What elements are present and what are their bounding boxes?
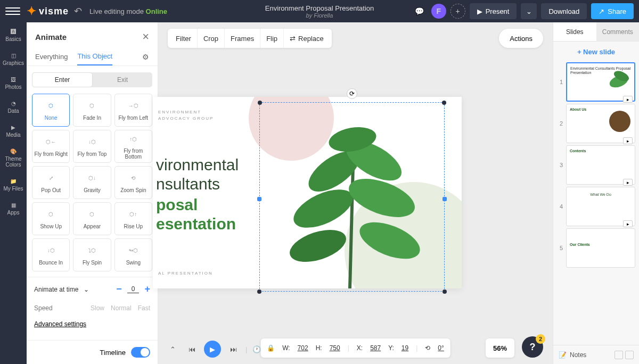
timeline-toggle[interactable] bbox=[131, 347, 150, 358]
tb-replace[interactable]: ⇄Replace bbox=[284, 29, 330, 48]
tb-frames[interactable]: Frames bbox=[225, 29, 260, 48]
speed-normal[interactable]: Normal bbox=[111, 304, 132, 312]
anim-fly-spin[interactable]: ⤵⬡Fly Spin bbox=[73, 238, 111, 271]
slide-footer: AL PRESENTATION bbox=[158, 271, 213, 276]
present-dropdown[interactable]: ⌄ bbox=[521, 3, 537, 19]
chevron-down-icon[interactable]: ⌄ bbox=[84, 286, 89, 293]
tb-crop[interactable]: Crop bbox=[198, 29, 225, 48]
speed-slow[interactable]: Slow bbox=[91, 304, 104, 312]
tab-everything[interactable]: Everything bbox=[35, 48, 68, 65]
tool-rail: 🅰Basics ◫Graphics 🖼Photos ◔Data ▶Media 🎨… bbox=[0, 22, 27, 364]
selected-image[interactable]: ⟳ bbox=[259, 102, 445, 292]
add-user-icon[interactable]: + bbox=[450, 4, 465, 19]
rail-data[interactable]: ◔Data bbox=[0, 98, 27, 116]
notes-icon: 📝 bbox=[559, 351, 567, 359]
timing-row: Animate at time ⌄ − 0 + bbox=[27, 277, 158, 301]
tab-this-object[interactable]: This Object bbox=[77, 48, 112, 65]
tb-flip[interactable]: Flip bbox=[260, 29, 284, 48]
layout-grid-icon[interactable] bbox=[615, 351, 623, 359]
w-value[interactable]: 702 bbox=[298, 344, 308, 352]
h-value[interactable]: 750 bbox=[330, 344, 340, 352]
collapse-icon[interactable]: ⌃ bbox=[166, 342, 179, 356]
tab-comments[interactable]: Comments bbox=[596, 22, 640, 41]
anim-fly-right[interactable]: ⬡←Fly from Right bbox=[32, 130, 70, 163]
anim-fly-top[interactable]: ↓⬡Fly from Top bbox=[73, 130, 111, 163]
resize-handle-l[interactable] bbox=[257, 197, 261, 201]
anim-rise-up[interactable]: ⬡↑Rise Up bbox=[114, 202, 152, 235]
resize-handle-bl[interactable] bbox=[257, 289, 261, 294]
help-button[interactable]: ?2 bbox=[522, 336, 543, 358]
slide-subtitle-2: ADVOCACY GROUP bbox=[158, 116, 214, 121]
thumb-transition-icon[interactable]: ▸ bbox=[623, 96, 633, 103]
comment-icon[interactable]: 💬 bbox=[412, 4, 427, 19]
layout-list-icon[interactable] bbox=[625, 351, 634, 359]
switch-enter[interactable]: Enter bbox=[32, 72, 93, 87]
anim-gravity[interactable]: ⬡↓Gravity bbox=[73, 166, 111, 199]
rail-graphics[interactable]: ◫Graphics bbox=[0, 51, 27, 68]
enter-exit-switch: Enter Exit bbox=[32, 72, 152, 87]
advanced-settings-link[interactable]: Advanced settings bbox=[27, 315, 158, 333]
close-icon[interactable]: × bbox=[142, 30, 149, 44]
rail-files[interactable]: 📁My Files bbox=[0, 176, 27, 194]
speed-fast[interactable]: Fast bbox=[138, 304, 150, 312]
anim-fly-bottom[interactable]: ↑⬡Fly from Bottom bbox=[114, 130, 152, 163]
rail-theme[interactable]: 🎨Theme Colors bbox=[0, 146, 27, 170]
present-button[interactable]: ▶ Present bbox=[470, 3, 517, 19]
thumb-num: 2 bbox=[556, 120, 563, 127]
tab-slides[interactable]: Slides bbox=[553, 22, 596, 41]
rail-apps[interactable]: ▦Apps bbox=[0, 200, 27, 218]
undo-icon[interactable]: ↶ bbox=[74, 5, 82, 17]
time-value[interactable]: 0 bbox=[127, 285, 140, 293]
prev-icon[interactable]: ⏮ bbox=[185, 342, 199, 356]
selection-box bbox=[259, 102, 445, 292]
anim-swing[interactable]: ↬⬡Swing bbox=[114, 238, 152, 271]
slide-heading-2: posalesentation bbox=[156, 195, 236, 234]
gear-icon[interactable]: ⚙ bbox=[142, 53, 149, 61]
rail-basics[interactable]: 🅰Basics bbox=[0, 27, 27, 44]
anim-pop-out[interactable]: ⤢Pop Out bbox=[32, 166, 70, 199]
app-header: ✦visme ↶ Live editing mode Online Enviro… bbox=[0, 0, 639, 22]
thumb-transition-icon[interactable]: ▸ bbox=[623, 220, 633, 227]
actions-button[interactable]: Actions bbox=[499, 29, 543, 48]
thumb-5[interactable]: Our Clients bbox=[566, 228, 635, 268]
rail-photos[interactable]: 🖼Photos bbox=[0, 75, 27, 92]
animate-at-label: Animate at time bbox=[34, 286, 78, 293]
resize-handle-br[interactable] bbox=[443, 289, 447, 294]
rotation-value[interactable]: 0° bbox=[438, 344, 444, 352]
anim-fly-left[interactable]: →⬡Fly from Left bbox=[114, 94, 152, 127]
anim-bounce-in[interactable]: ↓⬡Bounce In bbox=[32, 238, 70, 271]
notes-button[interactable]: Notes bbox=[570, 351, 586, 359]
avatar[interactable]: F bbox=[431, 4, 446, 19]
anim-fade-in[interactable]: ⬡Fade In bbox=[73, 94, 111, 127]
thumb-transition-icon[interactable]: ▸ bbox=[623, 179, 633, 186]
increase-time[interactable]: + bbox=[144, 284, 150, 295]
y-value[interactable]: 19 bbox=[402, 344, 408, 352]
thumb-transition-icon[interactable]: ▸ bbox=[623, 137, 633, 144]
rotate-handle[interactable]: ⟳ bbox=[347, 88, 357, 99]
anim-show-up[interactable]: ⬡Show Up bbox=[32, 202, 70, 235]
resize-handle-r[interactable] bbox=[443, 197, 447, 201]
x-value[interactable]: 587 bbox=[370, 344, 381, 352]
anim-zoom-spin[interactable]: ⟲Zoom Spin bbox=[114, 166, 152, 199]
thumb-num: 3 bbox=[556, 162, 563, 168]
object-toolbar: Filter Crop Frames Flip ⇄Replace bbox=[168, 29, 332, 48]
rail-media[interactable]: ▶Media bbox=[0, 122, 27, 140]
notes-bar: 📝 Notes bbox=[553, 345, 639, 364]
anim-appear[interactable]: ⬡Appear bbox=[73, 202, 111, 235]
play-button[interactable]: ▶ bbox=[204, 341, 221, 358]
tb-filter[interactable]: Filter bbox=[170, 29, 198, 48]
animation-grid: ⬡None ⬡Fade In →⬡Fly from Left ⬡←Fly fro… bbox=[27, 92, 158, 274]
new-slide-button[interactable]: + New slide bbox=[559, 48, 634, 56]
rotate-icon[interactable]: ⟲ bbox=[425, 344, 430, 352]
anim-none[interactable]: ⬡None bbox=[32, 94, 70, 127]
next-icon[interactable]: ⏭ bbox=[226, 342, 240, 356]
switch-exit[interactable]: Exit bbox=[93, 72, 152, 87]
share-button[interactable]: ↗ Share bbox=[591, 3, 634, 19]
download-button[interactable]: Download bbox=[541, 3, 587, 19]
clock-icon: 🕐 bbox=[252, 345, 261, 353]
lock-icon[interactable]: 🔒 bbox=[267, 344, 275, 352]
menu-icon[interactable] bbox=[5, 7, 20, 15]
decrease-time[interactable]: − bbox=[116, 284, 122, 295]
panel-title: Animate bbox=[35, 32, 67, 42]
zoom-level[interactable]: 56% bbox=[486, 338, 514, 358]
